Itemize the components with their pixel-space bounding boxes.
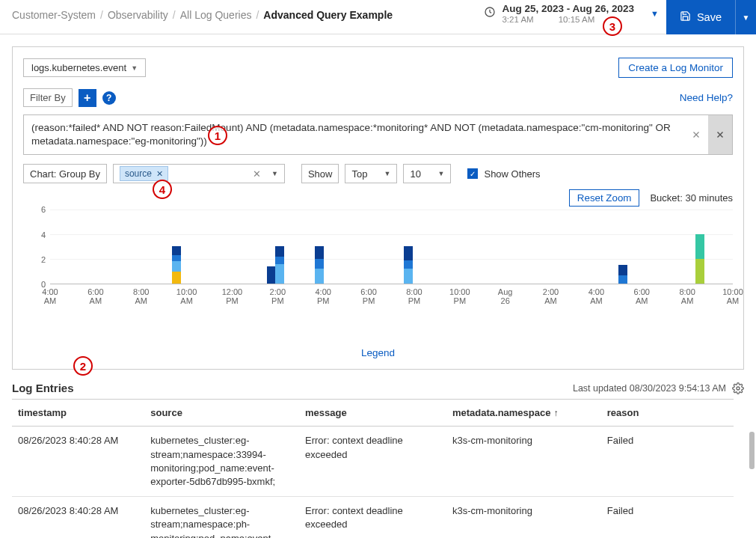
group-by-label: Chart: Group By (23, 164, 107, 183)
time-range-dates: Aug 25, 2023 - Aug 26, 2023 (502, 3, 634, 15)
x-tick: 10:00PM (449, 287, 470, 305)
sort-asc-icon: ↑ (553, 408, 558, 418)
log-source-select[interactable]: logs.kubernetes.event ▼ (23, 58, 146, 77)
save-group: Save ▼ (666, 0, 756, 34)
x-tick: Aug26 (498, 287, 513, 305)
chevron-down-icon: ▼ (438, 170, 445, 177)
chevron-down-icon: ▼ (384, 170, 391, 177)
log-table: timestamp source message metadata.namesp… (12, 399, 734, 538)
show-others-label: Show Others (484, 168, 540, 180)
show-others-checkbox[interactable]: ✓ (467, 168, 478, 179)
group-by-select[interactable]: source ✕ ✕ ▼ (113, 164, 285, 183)
clear-groupby-icon[interactable]: ✕ (250, 168, 264, 180)
show-label: Show (301, 164, 339, 183)
col-namespace[interactable]: metadata.namespace↑ (446, 400, 601, 427)
scrollbar-thumb[interactable] (749, 432, 755, 469)
chevron-down-icon: ▼ (131, 64, 138, 72)
log-entries-header: Log Entries Last updated 08/30/2023 9:54… (12, 382, 744, 394)
clock-icon (484, 6, 496, 20)
chart-bar[interactable] (695, 234, 704, 284)
save-dropdown-button[interactable]: ▼ (735, 0, 756, 34)
log-source-value: logs.kubernetes.event (31, 62, 126, 73)
crumb-observability[interactable]: Observability (108, 9, 168, 21)
x-tick: 6:00PM (360, 287, 376, 305)
col-source[interactable]: source (144, 400, 299, 427)
x-tick: 2:00PM (270, 287, 286, 305)
save-icon (680, 10, 691, 24)
query-panel: logs.kubernetes.event ▼ Create a Log Mon… (12, 46, 744, 370)
chart-bar[interactable] (275, 246, 284, 284)
query-input-box: (reason:*failed* AND NOT reason:FailedMo… (23, 114, 733, 155)
table-row[interactable]: 08/26/2023 8:40:28 AMkubernetes_cluster:… (12, 497, 734, 538)
bucket-label: Bucket: 30 minutes (650, 192, 733, 204)
topbar: Customer-System / Observability / All Lo… (0, 0, 756, 34)
crumb-all-log-queries[interactable]: All Log Queries (180, 9, 252, 21)
x-tick: 6:00AM (634, 287, 650, 305)
x-tick: 2:00AM (543, 287, 559, 305)
crumb-sep: / (100, 9, 103, 21)
x-tick: 10:00AM (722, 287, 743, 305)
need-help-link[interactable]: Need Help? (680, 92, 733, 103)
filter-by-label: Filter By (23, 88, 73, 107)
help-icon[interactable]: ? (102, 91, 116, 105)
close-query-icon[interactable] (708, 115, 732, 154)
chart: 0 2 4 6 4:00AM6:00AM8:00AM10:00AM12:00PM… (23, 210, 733, 314)
x-tick: 12:00PM (222, 287, 243, 305)
col-message[interactable]: message (299, 400, 446, 427)
chart-bar[interactable] (172, 246, 181, 284)
x-tick: 8:00AM (679, 287, 695, 305)
x-tick: 10:00AM (176, 287, 197, 305)
x-tick: 4:00AM (588, 287, 604, 305)
x-tick: 8:00AM (133, 287, 149, 305)
clear-query-icon[interactable] (684, 115, 708, 154)
x-tick: 4:00AM (42, 287, 58, 305)
chart-bar[interactable] (315, 246, 324, 284)
time-to: 10:15 AM (559, 15, 603, 25)
x-tick: 4:00PM (315, 287, 331, 305)
query-input[interactable]: (reason:*failed* AND NOT reason:FailedMo… (24, 115, 684, 154)
crumb-sep: / (173, 9, 176, 21)
crumb-sep: / (256, 9, 259, 21)
add-filter-button[interactable]: + (79, 89, 96, 107)
col-timestamp[interactable]: timestamp (12, 400, 144, 427)
remove-tag-icon[interactable]: ✕ (156, 169, 163, 179)
chevron-down-icon: ▼ (271, 170, 278, 177)
group-by-tag[interactable]: source ✕ (120, 166, 168, 181)
table-row[interactable]: 08/26/2023 8:40:28 AMkubernetes_cluster:… (12, 427, 734, 497)
crumb-current: Advanced Query Example (263, 9, 393, 21)
gear-icon[interactable] (732, 382, 744, 394)
x-tick: 6:00AM (87, 287, 103, 305)
col-reason[interactable]: reason (601, 400, 734, 427)
chart-controls: Chart: Group By source ✕ ✕ ▼ Show Top▼ 1… (23, 164, 733, 183)
time-range-text: Aug 25, 2023 - Aug 26, 2023 3:21 AM 10:1… (502, 3, 634, 25)
time-range-picker[interactable]: Aug 25, 2023 - Aug 26, 2023 3:21 AM 10:1… (476, 0, 666, 25)
log-table-wrap: timestamp source message metadata.namesp… (0, 399, 756, 538)
time-from: 3:21 AM (502, 15, 556, 25)
save-label: Save (697, 11, 722, 23)
chart-bar[interactable] (618, 265, 627, 284)
show-mode-select[interactable]: Top▼ (345, 164, 397, 183)
log-entries-title: Log Entries (12, 382, 74, 394)
last-updated-label: Last updated 08/30/2023 9:54:13 AM (573, 383, 726, 394)
create-log-monitor-button[interactable]: Create a Log Monitor (618, 58, 733, 78)
crumb-customer[interactable]: Customer-System (12, 9, 96, 21)
chart-plot-area[interactable] (50, 210, 733, 284)
breadcrumb: Customer-System / Observability / All Lo… (0, 0, 476, 30)
chart-bar[interactable] (404, 246, 413, 284)
chart-y-axis: 0 2 4 6 (23, 210, 49, 284)
x-tick: 8:00PM (406, 287, 422, 305)
svg-point-1 (737, 387, 740, 390)
chevron-down-icon[interactable]: ▼ (651, 9, 659, 18)
save-button[interactable]: Save (666, 0, 735, 34)
reset-zoom-button[interactable]: Reset Zoom (569, 189, 640, 207)
show-count-select[interactable]: 10▼ (403, 164, 451, 183)
legend-link[interactable]: Legend (23, 347, 733, 358)
